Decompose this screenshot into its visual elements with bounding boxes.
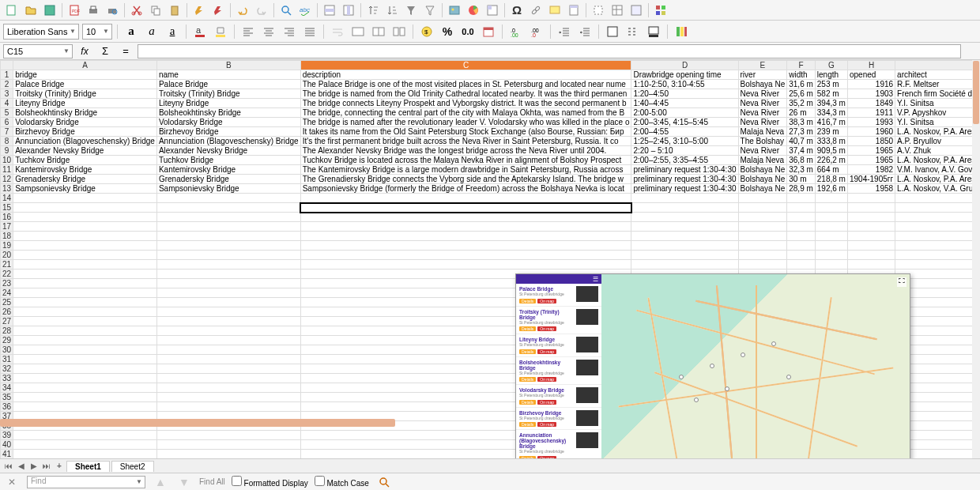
find-all-button[interactable]: Find All	[199, 477, 225, 486]
align-right-icon[interactable]	[281, 23, 298, 40]
cell[interactable]: 1965	[847, 156, 895, 165]
row-header-23[interactable]: 23	[1, 279, 13, 288]
cell[interactable]: 416,7 m	[815, 118, 847, 127]
row-header-20[interactable]: 20	[1, 251, 13, 260]
cell[interactable]	[13, 270, 157, 279]
col-header-A[interactable]: A	[13, 61, 157, 70]
cell[interactable]	[895, 241, 980, 251]
cell[interactable]	[13, 232, 157, 241]
cell[interactable]: name	[156, 70, 300, 80]
cell[interactable]: L.A. Noskov, P.A. Areshev	[895, 175, 980, 184]
cell[interactable]: 192,6 m	[815, 184, 847, 194]
cell[interactable]: bridge	[13, 70, 157, 80]
cell[interactable]	[895, 203, 980, 213]
overlay-menu-icon[interactable]: ☰	[593, 276, 598, 283]
cell[interactable]	[738, 232, 787, 241]
row-header-40[interactable]: 40	[1, 440, 13, 450]
cell[interactable]: 334,3 m	[815, 108, 847, 118]
italic-icon[interactable]: a	[143, 23, 160, 40]
cell[interactable]	[13, 317, 157, 326]
cell[interactable]	[815, 213, 847, 222]
tab-first-icon[interactable]: ⏮	[3, 461, 14, 472]
name-box[interactable]: C15▼	[3, 44, 73, 58]
border-style-icon[interactable]	[624, 23, 642, 40]
define-print-area-icon[interactable]	[590, 2, 607, 19]
row-header-36[interactable]: 36	[1, 402, 13, 412]
row-header-13[interactable]: 13	[1, 184, 13, 194]
font-size-select[interactable]: 10▼	[82, 24, 112, 40]
cell[interactable]	[300, 203, 631, 213]
cell[interactable]	[156, 317, 300, 326]
new-icon[interactable]	[3, 2, 21, 19]
cell[interactable]	[13, 241, 157, 251]
sum-icon[interactable]: Σ	[96, 43, 114, 60]
find-replace-icon[interactable]	[277, 2, 295, 19]
cell[interactable]: 30 m	[787, 175, 816, 184]
cell[interactable]: 1:10-2:50, 3:10-4:55	[631, 80, 738, 89]
cell[interactable]: river	[738, 70, 787, 80]
cell[interactable]	[13, 431, 157, 440]
cell[interactable]	[156, 383, 300, 393]
cell[interactable]: 26 m	[787, 108, 816, 118]
cell[interactable]	[787, 251, 816, 260]
cell[interactable]: opened	[847, 70, 895, 80]
row-header-7[interactable]: 7	[1, 127, 13, 137]
cell[interactable]	[156, 251, 300, 260]
cell[interactable]: Palace Bridge	[13, 80, 157, 89]
find-input[interactable]: Find▼	[27, 476, 145, 488]
cell[interactable]	[13, 203, 157, 213]
cell[interactable]: Sampsonievsky Bridge	[156, 184, 300, 194]
cell[interactable]: 27,3 m	[787, 127, 816, 137]
cell[interactable]: 28,9 m	[787, 184, 816, 194]
cell[interactable]	[13, 440, 157, 450]
cell[interactable]	[156, 298, 300, 307]
overlay-item[interactable]: Troitsky (Trinity) Bridge St Petersburg …	[516, 307, 601, 335]
cell[interactable]	[631, 232, 738, 241]
cell[interactable]: 31,6 m	[787, 80, 816, 89]
save-icon[interactable]	[41, 2, 58, 19]
cell[interactable]	[847, 260, 895, 270]
special-char-icon[interactable]: Ω	[508, 2, 526, 19]
cell[interactable]: Neva River	[738, 118, 787, 127]
image-icon[interactable]	[446, 2, 463, 19]
row-header-6[interactable]: 6	[1, 118, 13, 127]
cell[interactable]	[631, 241, 738, 251]
date-icon[interactable]	[480, 23, 497, 40]
cell[interactable]	[156, 288, 300, 298]
cell[interactable]	[13, 336, 157, 345]
cell[interactable]	[787, 241, 816, 251]
cell[interactable]: The Grenadiersky Bridge connects the Vyb…	[300, 175, 631, 184]
cell[interactable]: Annunciation (Blagoveschensky) Bridge	[156, 137, 300, 146]
close-findbar-icon[interactable]: ✕	[3, 473, 21, 491]
cell[interactable]: Alexander Nevsky Bridge	[156, 146, 300, 156]
cell[interactable]	[631, 222, 738, 232]
row-header-10[interactable]: 10	[1, 156, 13, 165]
cell[interactable]	[156, 279, 300, 288]
cell[interactable]	[156, 355, 300, 364]
row-header-14[interactable]: 14	[1, 194, 13, 203]
cell[interactable]: 253 m	[815, 80, 847, 89]
cell[interactable]	[13, 251, 157, 260]
cell[interactable]: Malaja Neva	[738, 156, 787, 165]
cell[interactable]: 1960	[847, 127, 895, 137]
cell[interactable]: 218,8 m	[815, 175, 847, 184]
row-header-16[interactable]: 16	[1, 213, 13, 222]
undo-icon[interactable]	[234, 2, 251, 19]
overlay-item[interactable]: Palace Bridge St Petersburg drawbridge D…	[516, 284, 601, 307]
cell[interactable]	[847, 251, 895, 260]
row-header-33[interactable]: 33	[1, 374, 13, 383]
cell[interactable]: 1903	[847, 89, 895, 99]
cell[interactable]	[738, 222, 787, 232]
cell[interactable]	[156, 241, 300, 251]
map-overlay-window[interactable]: ☰ Palace Bridge St Petersburg drawbridge…	[515, 273, 910, 458]
cell[interactable]	[156, 402, 300, 412]
merge-cells-icon[interactable]	[349, 23, 367, 40]
cell[interactable]	[13, 345, 157, 355]
cell[interactable]: The Palace Bridge is one of the most vis…	[300, 80, 631, 89]
cell[interactable]: The bridge is named after the revolution…	[300, 118, 631, 127]
formula-input[interactable]	[138, 44, 961, 58]
cell[interactable]: Bolsheokhtinsky Bridge	[13, 108, 157, 118]
cell[interactable]	[847, 213, 895, 222]
map-expand-icon[interactable]: ⛶	[897, 277, 906, 287]
increase-indent-icon[interactable]	[556, 23, 573, 40]
